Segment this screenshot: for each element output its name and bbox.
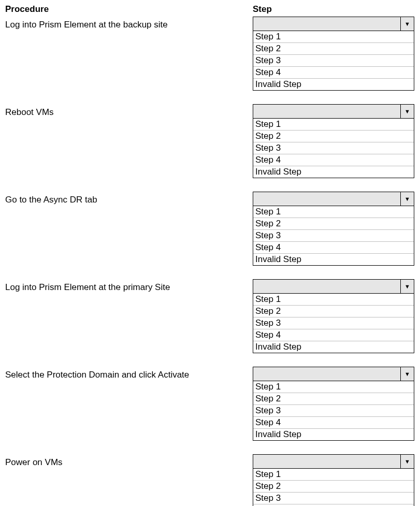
dropdown-option[interactable]: Step 2: [253, 306, 414, 317]
dropdown-option[interactable]: Invalid Step: [253, 429, 414, 440]
dropdown-option[interactable]: Invalid Step: [253, 254, 414, 265]
dropdown-option[interactable]: Invalid Step: [253, 166, 414, 178]
chevron-down-icon[interactable]: ▼: [400, 280, 414, 293]
step-dropdown[interactable]: ▼: [253, 104, 414, 119]
procedure-row: Power on VMs▼Step 1Step 2Step 3Step 4Inv…: [5, 454, 415, 506]
dropdown-option[interactable]: Invalid Step: [253, 341, 414, 353]
step-dropdown[interactable]: ▼: [253, 17, 414, 31]
dropdown-selected-value: [253, 455, 400, 468]
dropdown-option[interactable]: Step 3: [253, 405, 414, 417]
dropdown-options: Step 1Step 2Step 3Step 4Invalid Step: [253, 294, 414, 353]
step-block: ▼Step 1Step 2Step 3Step 4Invalid Step: [253, 17, 414, 91]
dropdown-options: Step 1Step 2Step 3Step 4Invalid Step: [253, 381, 414, 441]
dropdown-selected-value: [253, 105, 400, 118]
dropdown-option[interactable]: Step 2: [253, 218, 414, 230]
header-procedure: Procedure: [5, 4, 253, 15]
step-dropdown[interactable]: ▼: [253, 192, 414, 206]
dropdown-option[interactable]: Step 3: [253, 230, 414, 242]
step-dropdown[interactable]: ▼: [253, 454, 414, 469]
dropdown-option[interactable]: Step 3: [253, 493, 414, 504]
dropdown-selected-value: [253, 280, 400, 293]
dropdown-option[interactable]: Step 4: [253, 154, 414, 166]
step-dropdown[interactable]: ▼: [253, 367, 414, 381]
dropdown-option[interactable]: Step 2: [253, 481, 414, 493]
dropdown-selected-value: [253, 17, 400, 31]
dropdown-selected-value: [253, 367, 400, 381]
chevron-down-icon[interactable]: ▼: [400, 192, 414, 206]
dropdown-option[interactable]: Step 1: [253, 294, 414, 306]
procedure-label: Log into Prism Element at the backup sit…: [5, 17, 253, 30]
dropdown-option[interactable]: Step 3: [253, 55, 414, 67]
procedure-row: Go to the Async DR tab▼Step 1Step 2Step …: [5, 192, 415, 266]
dropdown-option[interactable]: Step 1: [253, 119, 414, 131]
dropdown-options: Step 1Step 2Step 3Step 4Invalid Step: [253, 206, 414, 266]
step-block: ▼Step 1Step 2Step 3Step 4Invalid Step: [253, 279, 414, 353]
dropdown-options: Step 1Step 2Step 3Step 4Invalid Step: [253, 31, 414, 91]
chevron-down-icon[interactable]: ▼: [400, 105, 414, 118]
dropdown-options: Step 1Step 2Step 3Step 4Invalid Step: [253, 469, 414, 506]
procedure-label: Select the Protection Domain and click A…: [5, 367, 253, 380]
procedure-label: Go to the Async DR tab: [5, 192, 253, 205]
dropdown-option[interactable]: Step 2: [253, 393, 414, 405]
chevron-down-icon[interactable]: ▼: [400, 367, 414, 381]
dropdown-option[interactable]: Step 1: [253, 206, 414, 218]
dropdown-options: Step 1Step 2Step 3Step 4Invalid Step: [253, 119, 414, 178]
procedure-row: Log into Prism Element at the backup sit…: [5, 17, 415, 91]
step-block: ▼Step 1Step 2Step 3Step 4Invalid Step: [253, 104, 414, 178]
step-block: ▼Step 1Step 2Step 3Step 4Invalid Step: [253, 192, 414, 266]
dropdown-option[interactable]: Step 4: [253, 329, 414, 341]
dropdown-option[interactable]: Step 3: [253, 142, 414, 154]
dropdown-option[interactable]: Step 4: [253, 417, 414, 429]
dropdown-option[interactable]: Step 2: [253, 131, 414, 142]
procedure-row: Reboot VMs▼Step 1Step 2Step 3Step 4Inval…: [5, 104, 415, 178]
dropdown-option[interactable]: Invalid Step: [253, 79, 414, 90]
procedure-label: Log into Prism Element at the primary Si…: [5, 279, 253, 293]
dropdown-selected-value: [253, 192, 400, 206]
dropdown-option[interactable]: Step 2: [253, 43, 414, 55]
header-step: Step: [253, 4, 414, 15]
chevron-down-icon[interactable]: ▼: [400, 17, 414, 31]
procedure-label: Power on VMs: [5, 454, 253, 468]
step-dropdown[interactable]: ▼: [253, 279, 414, 294]
column-headers: Procedure Step: [5, 4, 415, 15]
dropdown-option[interactable]: Step 4: [253, 67, 414, 79]
dropdown-option[interactable]: Step 1: [253, 469, 414, 481]
dropdown-option[interactable]: Step 3: [253, 317, 414, 329]
procedure-row: Select the Protection Domain and click A…: [5, 367, 415, 441]
step-block: ▼Step 1Step 2Step 3Step 4Invalid Step: [253, 367, 414, 441]
dropdown-option[interactable]: Step 4: [253, 242, 414, 254]
procedure-label: Reboot VMs: [5, 104, 253, 118]
procedure-row: Log into Prism Element at the primary Si…: [5, 279, 415, 353]
dropdown-option[interactable]: Step 1: [253, 31, 414, 43]
dropdown-option[interactable]: Step 1: [253, 381, 414, 393]
chevron-down-icon[interactable]: ▼: [400, 455, 414, 468]
step-block: ▼Step 1Step 2Step 3Step 4Invalid Step: [253, 454, 414, 506]
